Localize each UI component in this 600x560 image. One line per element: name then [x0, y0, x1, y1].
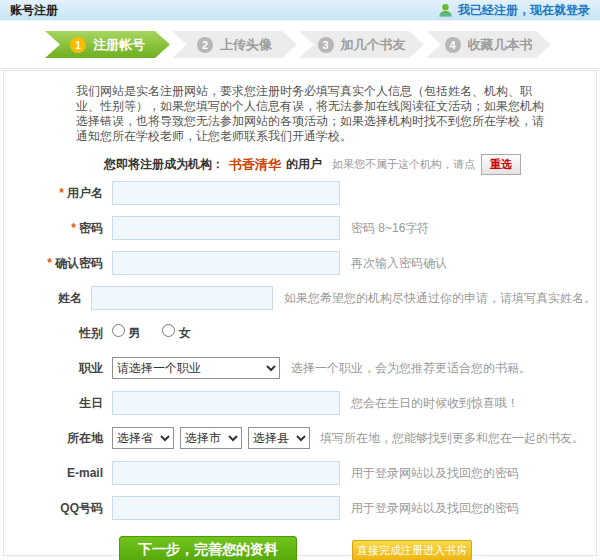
step-4-label: 收藏几本书: [468, 36, 533, 54]
top-bar: 账号注册 我已经注册，现在就登录: [0, 0, 600, 21]
step-indicator: 1 注册帐号 2 上传头像 3 加几个书友 4 收藏几本书: [0, 21, 600, 69]
login-link-label: 我已经注册，现在就登录: [458, 2, 590, 19]
gender-row: 性别 男 女: [4, 321, 596, 345]
gender-male-label: 男: [128, 326, 140, 340]
step-add-friends: 3 加几个书友: [299, 31, 424, 58]
region-hint: 填写所在地，您能够找到更多和您在一起的书友。: [320, 430, 584, 447]
email-label: E-mail: [67, 466, 103, 480]
occupation-hint: 选择一个职业，会为您推荐更适合您的书籍。: [291, 360, 531, 377]
username-row: *用户名: [4, 181, 596, 205]
email-hint: 用于登录网站以及找回您的密码: [351, 465, 519, 482]
confirm-password-row: *确认密码 再次输入密码确认: [4, 251, 596, 275]
institution-prefix: 您即将注册成为机构：: [104, 156, 224, 173]
required-mark: *: [71, 221, 76, 235]
email-row: E-mail 用于登录网站以及找回您的密码: [4, 461, 596, 485]
step-1-label: 注册帐号: [93, 36, 145, 54]
gender-label: 性别: [79, 326, 103, 340]
qq-row: QQ号码 用于登录网站以及找回您的密码: [4, 496, 596, 520]
step-4-badge: 4: [445, 37, 461, 53]
county-select[interactable]: 选择县: [248, 427, 310, 449]
user-icon: [438, 3, 453, 17]
institution-note: 如果您不属于这个机构，请点: [332, 157, 475, 172]
institution-row: 您即将注册成为机构： 书香清华 的用户 如果您不属于这个机构，请点 重选: [104, 154, 596, 175]
institution-suffix: 的用户: [286, 156, 322, 173]
qq-hint: 用于登录网站以及找回您的密码: [351, 500, 519, 517]
real-name-row: 姓名 如果您希望您的机构尽快通过你的申请，请填写真实姓名。: [4, 286, 596, 310]
username-label: 用户名: [67, 186, 103, 200]
birthday-hint: 您会在生日的时候收到惊喜哦！: [351, 395, 519, 412]
reselect-institution-button[interactable]: 重选: [481, 154, 521, 175]
occupation-row: 职业 请选择一个职业 选择一个职业，会为您推荐更适合您的书籍。: [4, 356, 596, 380]
page-title: 账号注册: [10, 2, 58, 19]
step-3-label: 加几个书友: [341, 36, 406, 54]
confirm-password-input[interactable]: [112, 251, 340, 275]
email-input[interactable]: [112, 461, 340, 485]
gender-male-option[interactable]: 男: [112, 324, 140, 342]
action-buttons: 下一步，完善您的资料 直接完成注册进入书房: [119, 536, 596, 560]
gender-female-option[interactable]: 女: [162, 324, 190, 342]
finish-register-button[interactable]: 直接完成注册进入书房: [352, 540, 472, 560]
step-register-account: 1 注册帐号: [45, 31, 170, 58]
confirm-password-label: 确认密码: [55, 256, 103, 270]
step-3-badge: 3: [318, 37, 334, 53]
birthday-row: 生日 您会在生日的时候收到惊喜哦！: [4, 391, 596, 415]
username-input[interactable]: [112, 181, 340, 205]
real-name-input[interactable]: [91, 286, 273, 310]
confirm-password-hint: 再次输入密码确认: [351, 255, 447, 272]
required-mark: *: [47, 256, 52, 270]
province-select[interactable]: 选择省: [112, 427, 174, 449]
region-label: 所在地: [67, 431, 103, 445]
qq-input[interactable]: [112, 496, 340, 520]
step-2-badge: 2: [197, 37, 213, 53]
institution-name: 书香清华: [229, 156, 281, 174]
password-label: 密码: [79, 221, 103, 235]
qq-label: QQ号码: [60, 501, 103, 515]
real-name-hint: 如果您希望您的机构尽快通过你的申请，请填写真实姓名。: [284, 290, 596, 307]
region-row: 所在地 选择省 选择市 选择县 填写所在地，您能够找到更多和您在一起的书友。: [4, 426, 596, 450]
intro-text: 我们网站是实名注册网站，要求您注册时务必填写真实个人信息（包括姓名、机构、职业、…: [76, 84, 546, 144]
real-name-label: 姓名: [58, 291, 82, 305]
step-upload-avatar: 2 上传头像: [172, 31, 297, 58]
password-row: *密码 密码 8~16字符: [4, 216, 596, 240]
gender-male-radio[interactable]: [112, 324, 125, 337]
gender-female-label: 女: [179, 326, 191, 340]
step-2-label: 上传头像: [220, 36, 272, 54]
gender-female-radio[interactable]: [162, 324, 175, 337]
required-mark: *: [59, 186, 64, 200]
birthday-label: 生日: [79, 396, 103, 410]
registration-form-panel: 我们网站是实名注册网站，要求您注册时务必填写真实个人信息（包括姓名、机构、职业、…: [3, 70, 597, 556]
step-collect-books: 4 收藏几本书: [426, 31, 551, 58]
password-hint: 密码 8~16字符: [351, 220, 429, 237]
occupation-label: 职业: [79, 361, 103, 375]
occupation-select[interactable]: 请选择一个职业: [112, 357, 280, 379]
next-step-button[interactable]: 下一步，完善您的资料: [119, 536, 297, 560]
password-input[interactable]: [112, 216, 340, 240]
birthday-input[interactable]: [112, 391, 340, 415]
login-link[interactable]: 我已经注册，现在就登录: [438, 2, 590, 19]
city-select[interactable]: 选择市: [180, 427, 242, 449]
step-1-badge: 1: [70, 37, 86, 53]
